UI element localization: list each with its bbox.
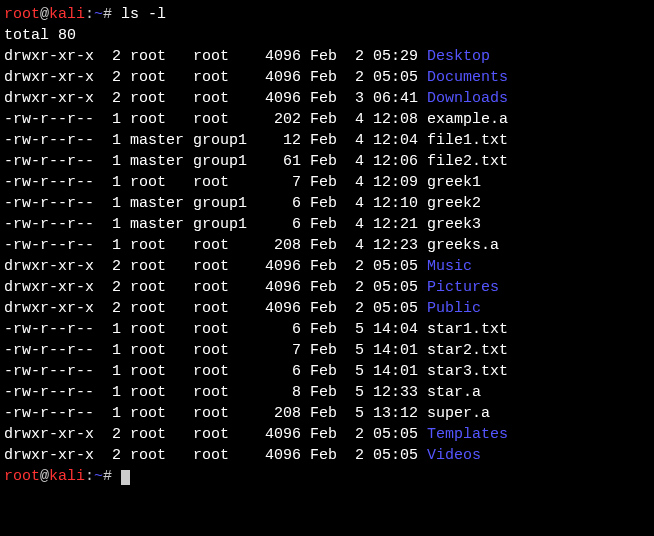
file-meta: drwxr-xr-x 2 root root 4096 Feb 2 05:05 — [4, 426, 427, 443]
file-meta: -rw-r--r-- 1 root root 202 Feb 4 12:08 — [4, 111, 427, 128]
file-name: star3.txt — [427, 363, 508, 380]
file-name: example.a — [427, 111, 508, 128]
prompt-path: ~ — [94, 6, 103, 23]
list-item: -rw-r--r-- 1 root root 208 Feb 4 12:23 g… — [4, 235, 650, 256]
list-item: -rw-r--r-- 1 master group1 12 Feb 4 12:0… — [4, 130, 650, 151]
prompt-user: root — [4, 6, 40, 23]
terminal[interactable]: root@kali:~# ls -l total 80 drwxr-xr-x 2… — [4, 4, 650, 487]
prompt-path: ~ — [94, 468, 103, 485]
file-name: file1.txt — [427, 132, 508, 149]
list-item: drwxr-xr-x 2 root root 4096 Feb 2 05:05 … — [4, 67, 650, 88]
prompt-at: @ — [40, 6, 49, 23]
prompt-hash: # — [103, 6, 112, 23]
file-meta: -rw-r--r-- 1 root root 8 Feb 5 12:33 — [4, 384, 427, 401]
file-name: file2.txt — [427, 153, 508, 170]
list-item: -rw-r--r-- 1 root root 8 Feb 5 12:33 sta… — [4, 382, 650, 403]
file-meta: -rw-r--r-- 1 master group1 6 Feb 4 12:21 — [4, 216, 427, 233]
list-item: drwxr-xr-x 2 root root 4096 Feb 2 05:29 … — [4, 46, 650, 67]
total-line: total 80 — [4, 25, 650, 46]
file-meta: drwxr-xr-x 2 root root 4096 Feb 2 05:05 — [4, 258, 427, 275]
file-listing: drwxr-xr-x 2 root root 4096 Feb 2 05:29 … — [4, 46, 650, 466]
prompt-user: root — [4, 468, 40, 485]
list-item: drwxr-xr-x 2 root root 4096 Feb 2 05:05 … — [4, 256, 650, 277]
prompt-host: kali — [49, 468, 85, 485]
file-meta: -rw-r--r-- 1 root root 7 Feb 5 14:01 — [4, 342, 427, 359]
file-meta: -rw-r--r-- 1 master group1 12 Feb 4 12:0… — [4, 132, 427, 149]
list-item: drwxr-xr-x 2 root root 4096 Feb 2 05:05 … — [4, 298, 650, 319]
file-name: star1.txt — [427, 321, 508, 338]
directory-name: Templates — [427, 426, 508, 443]
list-item: -rw-r--r-- 1 master group1 6 Feb 4 12:21… — [4, 214, 650, 235]
directory-name: Videos — [427, 447, 481, 464]
directory-name: Documents — [427, 69, 508, 86]
file-meta: drwxr-xr-x 2 root root 4096 Feb 2 05:05 — [4, 447, 427, 464]
file-meta: -rw-r--r-- 1 root root 208 Feb 5 13:12 — [4, 405, 427, 422]
prompt-colon: : — [85, 468, 94, 485]
file-name: greek3 — [427, 216, 481, 233]
file-meta: drwxr-xr-x 2 root root 4096 Feb 2 05:05 — [4, 279, 427, 296]
list-item: -rw-r--r-- 1 root root 202 Feb 4 12:08 e… — [4, 109, 650, 130]
list-item: drwxr-xr-x 2 root root 4096 Feb 3 06:41 … — [4, 88, 650, 109]
list-item: -rw-r--r-- 1 root root 6 Feb 5 14:01 sta… — [4, 361, 650, 382]
list-item: drwxr-xr-x 2 root root 4096 Feb 2 05:05 … — [4, 424, 650, 445]
list-item: drwxr-xr-x 2 root root 4096 Feb 2 05:05 … — [4, 445, 650, 466]
list-item: -rw-r--r-- 1 root root 208 Feb 5 13:12 s… — [4, 403, 650, 424]
directory-name: Desktop — [427, 48, 490, 65]
list-item: -rw-r--r-- 1 master group1 61 Feb 4 12:0… — [4, 151, 650, 172]
file-name: star2.txt — [427, 342, 508, 359]
file-meta: drwxr-xr-x 2 root root 4096 Feb 3 06:41 — [4, 90, 427, 107]
file-meta: drwxr-xr-x 2 root root 4096 Feb 2 05:29 — [4, 48, 427, 65]
prompt-hash: # — [103, 468, 112, 485]
file-meta: drwxr-xr-x 2 root root 4096 Feb 2 05:05 — [4, 69, 427, 86]
list-item: drwxr-xr-x 2 root root 4096 Feb 2 05:05 … — [4, 277, 650, 298]
command-text: ls -l — [121, 6, 166, 23]
file-meta: -rw-r--r-- 1 master group1 61 Feb 4 12:0… — [4, 153, 427, 170]
list-item: -rw-r--r-- 1 root root 6 Feb 5 14:04 sta… — [4, 319, 650, 340]
directory-name: Pictures — [427, 279, 499, 296]
prompt-colon: : — [85, 6, 94, 23]
file-meta: -rw-r--r-- 1 root root 6 Feb 5 14:01 — [4, 363, 427, 380]
list-item: -rw-r--r-- 1 root root 7 Feb 5 14:01 sta… — [4, 340, 650, 361]
directory-name: Downloads — [427, 90, 508, 107]
prompt-at: @ — [40, 468, 49, 485]
file-name: super.a — [427, 405, 490, 422]
file-name: greeks.a — [427, 237, 499, 254]
file-meta: -rw-r--r-- 1 master group1 6 Feb 4 12:10 — [4, 195, 427, 212]
file-meta: -rw-r--r-- 1 root root 7 Feb 4 12:09 — [4, 174, 427, 191]
file-name: star.a — [427, 384, 481, 401]
file-meta: -rw-r--r-- 1 root root 6 Feb 5 14:04 — [4, 321, 427, 338]
prompt-line-1: root@kali:~# ls -l — [4, 4, 650, 25]
file-meta: -rw-r--r-- 1 root root 208 Feb 4 12:23 — [4, 237, 427, 254]
prompt-host: kali — [49, 6, 85, 23]
list-item: -rw-r--r-- 1 root root 7 Feb 4 12:09 gre… — [4, 172, 650, 193]
file-meta: drwxr-xr-x 2 root root 4096 Feb 2 05:05 — [4, 300, 427, 317]
file-name: greek1 — [427, 174, 481, 191]
prompt-line-2: root@kali:~# — [4, 466, 650, 487]
file-name: greek2 — [427, 195, 481, 212]
directory-name: Public — [427, 300, 481, 317]
cursor — [121, 470, 130, 485]
directory-name: Music — [427, 258, 472, 275]
list-item: -rw-r--r-- 1 master group1 6 Feb 4 12:10… — [4, 193, 650, 214]
